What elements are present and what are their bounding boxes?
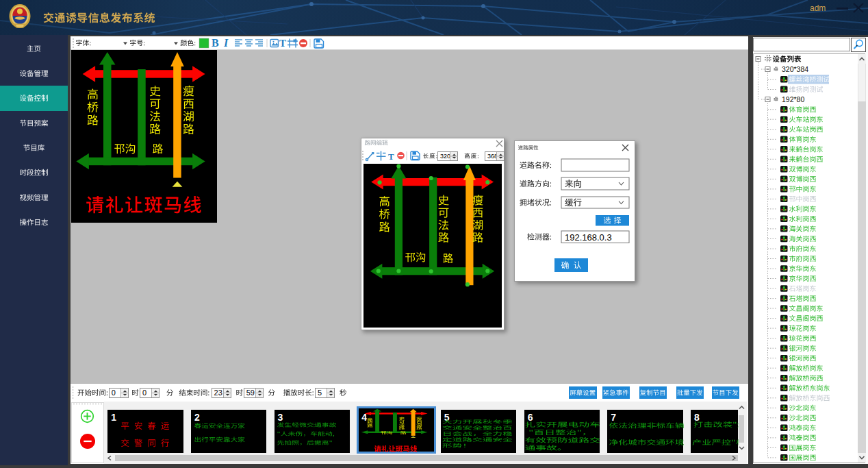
svg-text:I: I bbox=[223, 37, 229, 49]
svg-text:B: B bbox=[212, 37, 219, 49]
svg-text:192.168.0.3: 192.168.0.3 bbox=[565, 232, 612, 243]
svg-text:T: T bbox=[279, 38, 286, 49]
svg-text:T: T bbox=[388, 151, 394, 162]
